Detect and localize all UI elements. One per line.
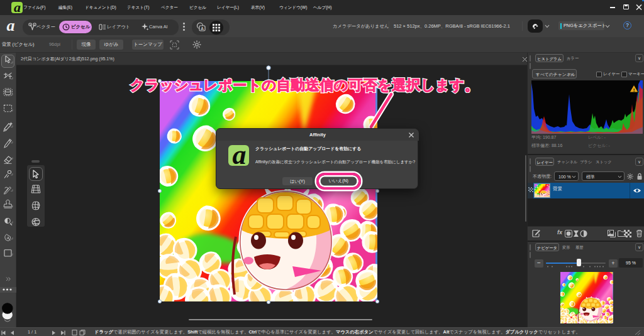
svg-text:a: a	[233, 145, 247, 166]
svg-text:A: A	[201, 26, 204, 31]
svg-text:!: !	[633, 87, 635, 93]
svg-text:a: a	[14, 2, 21, 13]
svg-text:クラッシュレポートの自動送信の可否を選択します。: クラッシュレポートの自動送信の可否を選択します。	[130, 77, 479, 93]
